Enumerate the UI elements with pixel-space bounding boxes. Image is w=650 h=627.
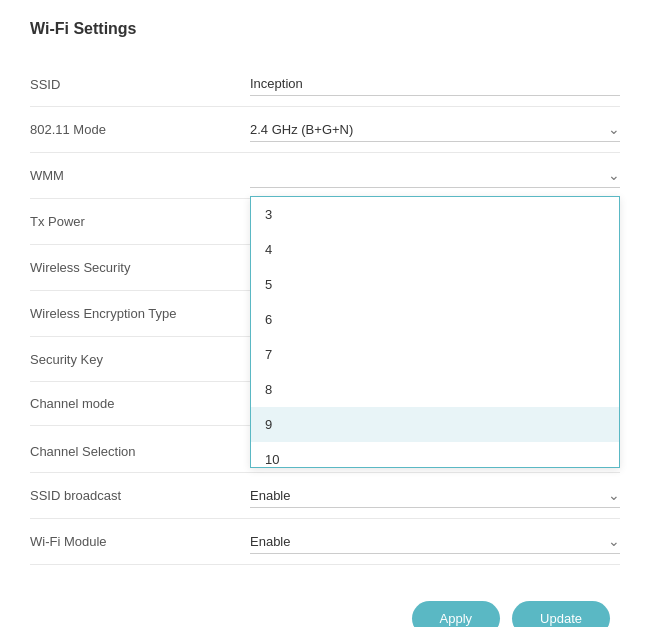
wmm-chevron-icon: ⌄ bbox=[608, 167, 620, 183]
mode-row: 802.11 Mode 2.4 GHz (B+G+N) ⌄ bbox=[30, 107, 620, 153]
page-title: Wi-Fi Settings bbox=[30, 20, 620, 38]
wmm-row: WMM ⌄ bbox=[30, 153, 620, 199]
ssid-broadcast-value: Enable bbox=[250, 488, 290, 503]
channel-section: Channel mode Channel Selection 3 4 5 6 7… bbox=[30, 382, 620, 473]
wmm-select[interactable]: ⌄ bbox=[250, 163, 620, 188]
wifi-settings-panel: Wi-Fi Settings SSID 802.11 Mode 2.4 GHz … bbox=[0, 0, 650, 627]
ssid-label: SSID bbox=[30, 77, 250, 92]
channel-option-5[interactable]: 5 bbox=[251, 267, 619, 302]
ssid-broadcast-row: SSID broadcast Enable ⌄ bbox=[30, 473, 620, 519]
wifi-module-row: Wi-Fi Module Enable ⌄ bbox=[30, 519, 620, 565]
wifi-module-value: Enable bbox=[250, 534, 290, 549]
channel-mode-label: Channel mode bbox=[30, 396, 250, 411]
channel-selection-control: 3 4 5 6 7 8 9 10 11 ⌄ bbox=[250, 436, 620, 462]
mode-value: 2.4 GHz (B+G+N) bbox=[250, 122, 353, 137]
security-key-label: Security Key bbox=[30, 352, 250, 367]
tx-power-label: Tx Power bbox=[30, 214, 250, 229]
wifi-module-control: Enable ⌄ bbox=[250, 529, 620, 554]
apply-button[interactable]: Apply bbox=[412, 601, 501, 627]
action-buttons: Apply Update bbox=[30, 601, 620, 627]
wmm-control: ⌄ bbox=[250, 163, 620, 188]
mode-chevron-icon: ⌄ bbox=[608, 121, 620, 137]
channel-option-6[interactable]: 6 bbox=[251, 302, 619, 337]
encryption-type-label: Wireless Encryption Type bbox=[30, 306, 250, 321]
mode-label: 802.11 Mode bbox=[30, 122, 250, 137]
channel-dropdown: 3 4 5 6 7 8 9 10 bbox=[250, 196, 620, 468]
update-button[interactable]: Update bbox=[512, 601, 610, 627]
channel-option-3[interactable]: 3 bbox=[251, 197, 619, 232]
wifi-module-select[interactable]: Enable ⌄ bbox=[250, 529, 620, 554]
wifi-module-chevron-icon: ⌄ bbox=[608, 533, 620, 549]
channel-option-8[interactable]: 8 bbox=[251, 372, 619, 407]
mode-control: 2.4 GHz (B+G+N) ⌄ bbox=[250, 117, 620, 142]
wireless-security-label: Wireless Security bbox=[30, 260, 250, 275]
channel-selection-row: Channel Selection 3 4 5 6 7 8 9 10 bbox=[30, 426, 620, 473]
ssid-broadcast-chevron-icon: ⌄ bbox=[608, 487, 620, 503]
ssid-broadcast-control: Enable ⌄ bbox=[250, 483, 620, 508]
mode-select[interactable]: 2.4 GHz (B+G+N) ⌄ bbox=[250, 117, 620, 142]
channel-option-9[interactable]: 9 bbox=[251, 407, 619, 442]
channel-option-4[interactable]: 4 bbox=[251, 232, 619, 267]
channel-selection-label: Channel Selection bbox=[30, 436, 250, 459]
ssid-control bbox=[250, 72, 620, 96]
wifi-module-label: Wi-Fi Module bbox=[30, 534, 250, 549]
ssid-input[interactable] bbox=[250, 72, 620, 96]
channel-option-10[interactable]: 10 bbox=[251, 442, 619, 467]
ssid-broadcast-label: SSID broadcast bbox=[30, 488, 250, 503]
ssid-broadcast-select[interactable]: Enable ⌄ bbox=[250, 483, 620, 508]
channel-dropdown-list: 3 4 5 6 7 8 9 10 bbox=[251, 197, 619, 467]
wmm-label: WMM bbox=[30, 168, 250, 183]
ssid-row: SSID bbox=[30, 62, 620, 107]
channel-option-7[interactable]: 7 bbox=[251, 337, 619, 372]
